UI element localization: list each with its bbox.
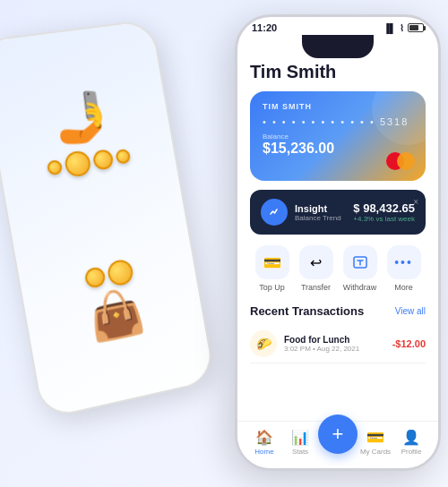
profile-label: Profile — [401, 448, 422, 456]
action-transfer[interactable]: ↩ Transfer — [299, 245, 333, 292]
nav-stats[interactable]: 📊 Stats — [282, 429, 318, 456]
transaction-detail: Food for Lunch 3:02 PM • Aug 22, 2021 — [284, 335, 392, 353]
insight-text: Insight Balance Trend — [295, 203, 353, 222]
action-topup[interactable]: 💳 Top Up — [255, 245, 289, 292]
right-phone: 11:20 ▐▌ ⌇ Tim Smith TIM SMITH • • • • •… — [235, 14, 441, 471]
home-label: Home — [254, 448, 273, 456]
credit-card: TIM SMITH • • • • • • • • • • • • 5318 B… — [250, 91, 426, 181]
status-icons: ▐▌ ⌇ — [383, 23, 424, 33]
transfer-icon-circle: ↩ — [299, 245, 333, 279]
transaction-icon: 🌮 — [250, 330, 277, 357]
battery-icon — [408, 23, 424, 32]
coin-5 — [83, 266, 106, 289]
coin-6 — [106, 258, 134, 287]
user-name: Tim Smith — [250, 62, 426, 82]
insight-title: Insight — [295, 203, 353, 214]
transaction-amount: -$12.00 — [392, 338, 426, 349]
coin-3 — [92, 149, 115, 171]
topup-icon-circle: 💳 — [255, 245, 289, 279]
transactions-title: Recent Transactions — [250, 304, 364, 318]
status-time: 11:20 — [252, 22, 277, 33]
action-withdraw[interactable]: Withdraw — [343, 245, 377, 292]
withdraw-label: Withdraw — [343, 283, 377, 292]
coin-4 — [115, 149, 131, 165]
action-row: 💳 Top Up ↩ Transfer Withdraw — [250, 245, 426, 292]
topup-label: Top Up — [259, 283, 285, 292]
bottom-illustration: 👜 — [80, 258, 147, 343]
nav-home[interactable]: 🏠 Home — [246, 429, 282, 456]
view-all-button[interactable]: View all — [395, 306, 426, 316]
mycards-label: My Cards — [360, 448, 391, 456]
action-more[interactable]: ••• More — [387, 245, 421, 292]
phone-notch — [302, 35, 374, 58]
stats-icon: 📊 — [291, 429, 309, 446]
status-bar: 11:20 ▐▌ ⌇ — [237, 17, 438, 35]
left-phone: 🤳 👜 — [0, 19, 216, 420]
fab-button[interactable]: + — [318, 414, 358, 454]
insight-values: $ 98,432.65 +4.3% vs last week — [353, 201, 415, 223]
nav-mycards[interactable]: 💳 My Cards — [358, 429, 393, 456]
transactions-header: Recent Transactions View all — [250, 304, 426, 318]
signal-icon: ▐▌ — [383, 23, 396, 33]
scene: 🤳 👜 11:20 ▐▌ — [0, 0, 448, 487]
insight-icon — [261, 199, 288, 226]
more-icon-circle: ••• — [387, 245, 421, 279]
nav-profile[interactable]: 👤 Profile — [393, 429, 429, 456]
insight-amount: $ 98,432.65 — [353, 201, 415, 215]
profile-icon: 👤 — [402, 429, 420, 446]
phone-content: Tim Smith TIM SMITH • • • • • • • • • • … — [237, 58, 438, 421]
mastercard-logo — [386, 152, 415, 170]
insight-bar[interactable]: Insight Balance Trend $ 98,432.65 +4.3% … — [250, 190, 426, 235]
coin-1 — [47, 159, 64, 175]
mycards-icon: 💳 — [366, 429, 384, 446]
withdraw-icon-circle — [343, 245, 377, 279]
stats-label: Stats — [292, 448, 308, 456]
fab-icon: + — [332, 423, 344, 446]
more-label: More — [394, 283, 413, 292]
wifi-icon: ⌇ — [400, 23, 404, 33]
transfer-label: Transfer — [301, 283, 331, 292]
insight-change: +4.3% vs last week — [353, 215, 415, 223]
bottom-nav: 🏠 Home 📊 Stats + 💳 My Cards 👤 Profile — [237, 421, 438, 468]
transaction-name: Food for Lunch — [284, 335, 392, 345]
table-row: 🌮 Food for Lunch 3:02 PM • Aug 22, 2021 … — [250, 325, 426, 363]
top-illustration: 🤳 — [35, 88, 132, 182]
home-icon: 🏠 — [255, 429, 273, 446]
insight-close-button[interactable]: × — [413, 197, 418, 207]
transaction-time: 3:02 PM • Aug 22, 2021 — [284, 345, 392, 353]
coin-2 — [64, 150, 92, 178]
insight-subtitle: Balance Trend — [295, 214, 353, 222]
